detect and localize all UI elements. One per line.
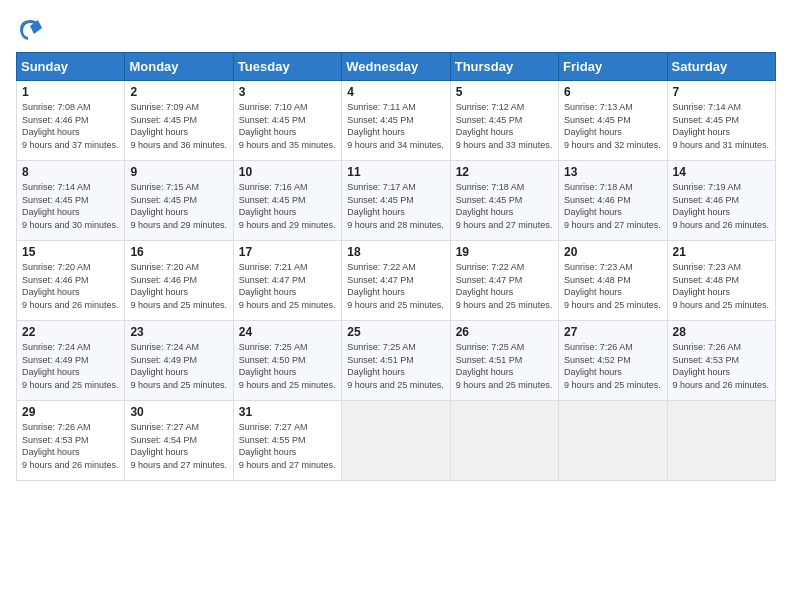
calendar-cell: 2 Sunrise: 7:09 AM Sunset: 4:45 PM Dayli…	[125, 81, 233, 161]
calendar-week-3: 15 Sunrise: 7:20 AM Sunset: 4:46 PM Dayl…	[17, 241, 776, 321]
weekday-header-friday: Friday	[559, 53, 667, 81]
cell-content: Sunrise: 7:25 AM Sunset: 4:51 PM Dayligh…	[347, 341, 444, 391]
calendar-cell: 20 Sunrise: 7:23 AM Sunset: 4:48 PM Dayl…	[559, 241, 667, 321]
cell-content: Sunrise: 7:27 AM Sunset: 4:54 PM Dayligh…	[130, 421, 227, 471]
day-number: 18	[347, 245, 444, 259]
calendar-cell: 23 Sunrise: 7:24 AM Sunset: 4:49 PM Dayl…	[125, 321, 233, 401]
cell-content: Sunrise: 7:21 AM Sunset: 4:47 PM Dayligh…	[239, 261, 336, 311]
calendar-cell	[559, 401, 667, 481]
cell-content: Sunrise: 7:25 AM Sunset: 4:51 PM Dayligh…	[456, 341, 553, 391]
day-number: 27	[564, 325, 661, 339]
calendar-cell: 25 Sunrise: 7:25 AM Sunset: 4:51 PM Dayl…	[342, 321, 450, 401]
calendar-cell: 7 Sunrise: 7:14 AM Sunset: 4:45 PM Dayli…	[667, 81, 775, 161]
day-number: 19	[456, 245, 553, 259]
day-number: 7	[673, 85, 770, 99]
calendar-cell: 17 Sunrise: 7:21 AM Sunset: 4:47 PM Dayl…	[233, 241, 341, 321]
calendar-cell: 12 Sunrise: 7:18 AM Sunset: 4:45 PM Dayl…	[450, 161, 558, 241]
cell-content: Sunrise: 7:13 AM Sunset: 4:45 PM Dayligh…	[564, 101, 661, 151]
cell-content: Sunrise: 7:24 AM Sunset: 4:49 PM Dayligh…	[22, 341, 119, 391]
calendar-cell: 5 Sunrise: 7:12 AM Sunset: 4:45 PM Dayli…	[450, 81, 558, 161]
calendar-cell: 8 Sunrise: 7:14 AM Sunset: 4:45 PM Dayli…	[17, 161, 125, 241]
calendar-cell: 21 Sunrise: 7:23 AM Sunset: 4:48 PM Dayl…	[667, 241, 775, 321]
calendar-week-5: 29 Sunrise: 7:26 AM Sunset: 4:53 PM Dayl…	[17, 401, 776, 481]
calendar-cell: 15 Sunrise: 7:20 AM Sunset: 4:46 PM Dayl…	[17, 241, 125, 321]
day-number: 12	[456, 165, 553, 179]
day-number: 11	[347, 165, 444, 179]
cell-content: Sunrise: 7:27 AM Sunset: 4:55 PM Dayligh…	[239, 421, 336, 471]
day-number: 31	[239, 405, 336, 419]
day-number: 1	[22, 85, 119, 99]
calendar-cell: 14 Sunrise: 7:19 AM Sunset: 4:46 PM Dayl…	[667, 161, 775, 241]
calendar-table: SundayMondayTuesdayWednesdayThursdayFrid…	[16, 52, 776, 481]
day-number: 28	[673, 325, 770, 339]
cell-content: Sunrise: 7:10 AM Sunset: 4:45 PM Dayligh…	[239, 101, 336, 151]
calendar-cell: 13 Sunrise: 7:18 AM Sunset: 4:46 PM Dayl…	[559, 161, 667, 241]
day-number: 6	[564, 85, 661, 99]
weekday-header-tuesday: Tuesday	[233, 53, 341, 81]
calendar-cell: 22 Sunrise: 7:24 AM Sunset: 4:49 PM Dayl…	[17, 321, 125, 401]
cell-content: Sunrise: 7:18 AM Sunset: 4:46 PM Dayligh…	[564, 181, 661, 231]
calendar-cell	[667, 401, 775, 481]
weekday-header-wednesday: Wednesday	[342, 53, 450, 81]
weekday-header-monday: Monday	[125, 53, 233, 81]
calendar-cell: 16 Sunrise: 7:20 AM Sunset: 4:46 PM Dayl…	[125, 241, 233, 321]
cell-content: Sunrise: 7:20 AM Sunset: 4:46 PM Dayligh…	[22, 261, 119, 311]
cell-content: Sunrise: 7:20 AM Sunset: 4:46 PM Dayligh…	[130, 261, 227, 311]
header	[16, 16, 776, 44]
cell-content: Sunrise: 7:08 AM Sunset: 4:46 PM Dayligh…	[22, 101, 119, 151]
calendar-cell: 9 Sunrise: 7:15 AM Sunset: 4:45 PM Dayli…	[125, 161, 233, 241]
cell-content: Sunrise: 7:19 AM Sunset: 4:46 PM Dayligh…	[673, 181, 770, 231]
day-number: 30	[130, 405, 227, 419]
calendar-cell: 29 Sunrise: 7:26 AM Sunset: 4:53 PM Dayl…	[17, 401, 125, 481]
cell-content: Sunrise: 7:25 AM Sunset: 4:50 PM Dayligh…	[239, 341, 336, 391]
logo	[16, 16, 48, 44]
day-number: 9	[130, 165, 227, 179]
calendar-cell: 19 Sunrise: 7:22 AM Sunset: 4:47 PM Dayl…	[450, 241, 558, 321]
cell-content: Sunrise: 7:17 AM Sunset: 4:45 PM Dayligh…	[347, 181, 444, 231]
calendar-cell	[450, 401, 558, 481]
calendar-header: SundayMondayTuesdayWednesdayThursdayFrid…	[17, 53, 776, 81]
calendar-cell: 27 Sunrise: 7:26 AM Sunset: 4:52 PM Dayl…	[559, 321, 667, 401]
calendar-cell: 18 Sunrise: 7:22 AM Sunset: 4:47 PM Dayl…	[342, 241, 450, 321]
calendar-cell: 30 Sunrise: 7:27 AM Sunset: 4:54 PM Dayl…	[125, 401, 233, 481]
day-number: 4	[347, 85, 444, 99]
calendar-cell: 26 Sunrise: 7:25 AM Sunset: 4:51 PM Dayl…	[450, 321, 558, 401]
day-number: 26	[456, 325, 553, 339]
calendar-cell: 28 Sunrise: 7:26 AM Sunset: 4:53 PM Dayl…	[667, 321, 775, 401]
calendar-week-4: 22 Sunrise: 7:24 AM Sunset: 4:49 PM Dayl…	[17, 321, 776, 401]
cell-content: Sunrise: 7:14 AM Sunset: 4:45 PM Dayligh…	[22, 181, 119, 231]
day-number: 22	[22, 325, 119, 339]
day-number: 23	[130, 325, 227, 339]
cell-content: Sunrise: 7:11 AM Sunset: 4:45 PM Dayligh…	[347, 101, 444, 151]
cell-content: Sunrise: 7:09 AM Sunset: 4:45 PM Dayligh…	[130, 101, 227, 151]
calendar-cell: 10 Sunrise: 7:16 AM Sunset: 4:45 PM Dayl…	[233, 161, 341, 241]
day-number: 10	[239, 165, 336, 179]
cell-content: Sunrise: 7:26 AM Sunset: 4:53 PM Dayligh…	[22, 421, 119, 471]
day-number: 8	[22, 165, 119, 179]
calendar-cell: 6 Sunrise: 7:13 AM Sunset: 4:45 PM Dayli…	[559, 81, 667, 161]
calendar-cell: 31 Sunrise: 7:27 AM Sunset: 4:55 PM Dayl…	[233, 401, 341, 481]
day-number: 25	[347, 325, 444, 339]
cell-content: Sunrise: 7:12 AM Sunset: 4:45 PM Dayligh…	[456, 101, 553, 151]
day-number: 5	[456, 85, 553, 99]
cell-content: Sunrise: 7:22 AM Sunset: 4:47 PM Dayligh…	[347, 261, 444, 311]
day-number: 2	[130, 85, 227, 99]
cell-content: Sunrise: 7:16 AM Sunset: 4:45 PM Dayligh…	[239, 181, 336, 231]
page-container: SundayMondayTuesdayWednesdayThursdayFrid…	[16, 16, 776, 481]
cell-content: Sunrise: 7:24 AM Sunset: 4:49 PM Dayligh…	[130, 341, 227, 391]
logo-icon	[16, 16, 44, 44]
cell-content: Sunrise: 7:23 AM Sunset: 4:48 PM Dayligh…	[673, 261, 770, 311]
calendar-cell: 1 Sunrise: 7:08 AM Sunset: 4:46 PM Dayli…	[17, 81, 125, 161]
cell-content: Sunrise: 7:14 AM Sunset: 4:45 PM Dayligh…	[673, 101, 770, 151]
cell-content: Sunrise: 7:26 AM Sunset: 4:53 PM Dayligh…	[673, 341, 770, 391]
calendar-cell: 3 Sunrise: 7:10 AM Sunset: 4:45 PM Dayli…	[233, 81, 341, 161]
cell-content: Sunrise: 7:23 AM Sunset: 4:48 PM Dayligh…	[564, 261, 661, 311]
day-number: 15	[22, 245, 119, 259]
calendar-cell: 11 Sunrise: 7:17 AM Sunset: 4:45 PM Dayl…	[342, 161, 450, 241]
calendar-week-2: 8 Sunrise: 7:14 AM Sunset: 4:45 PM Dayli…	[17, 161, 776, 241]
weekday-row: SundayMondayTuesdayWednesdayThursdayFrid…	[17, 53, 776, 81]
weekday-header-saturday: Saturday	[667, 53, 775, 81]
day-number: 29	[22, 405, 119, 419]
day-number: 14	[673, 165, 770, 179]
day-number: 24	[239, 325, 336, 339]
